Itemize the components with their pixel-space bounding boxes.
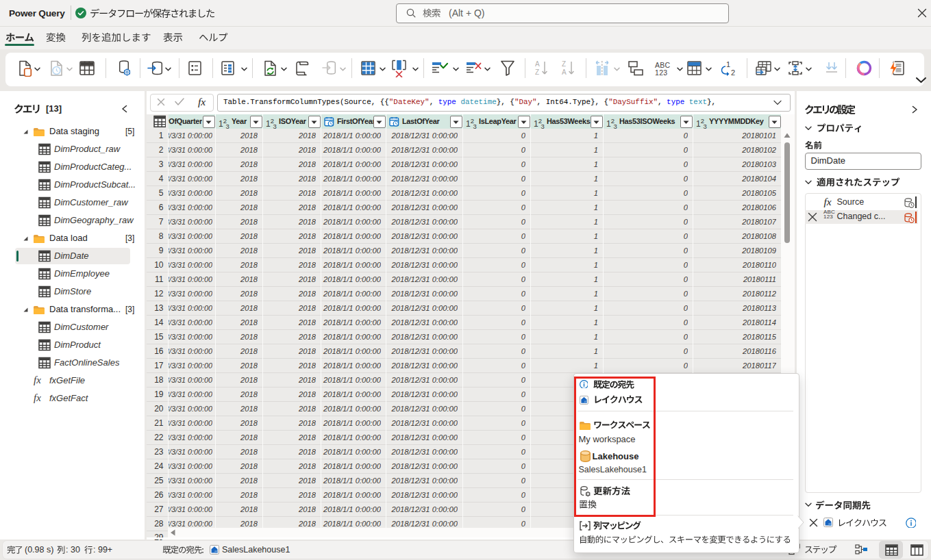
svg-text:123: 123 bbox=[655, 68, 667, 77]
svg-text:Z: Z bbox=[535, 68, 539, 76]
svg-text:Z: Z bbox=[562, 60, 566, 68]
svg-text:A: A bbox=[562, 68, 567, 76]
svg-text:2: 2 bbox=[731, 68, 735, 77]
svg-text:A: A bbox=[535, 60, 540, 68]
svg-text:1: 1 bbox=[726, 60, 730, 68]
